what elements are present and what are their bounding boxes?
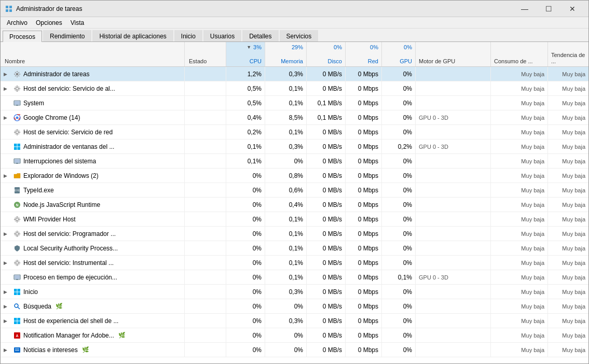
expand-arrow[interactable]: ▶: [4, 72, 10, 77]
tab-servicios[interactable]: Servicios: [280, 30, 319, 41]
cell-disk: 0,1 MB/s: [307, 110, 346, 124]
menu-opciones[interactable]: Opciones: [32, 18, 66, 27]
tab-inicio[interactable]: Inicio: [174, 30, 202, 41]
col-header-cpu[interactable]: ▼ 3% CPU: [226, 42, 265, 66]
col-header-tendencia[interactable]: Tendencia de ...: [548, 42, 588, 66]
process-icon: A: [13, 331, 21, 340]
process-icon: [13, 172, 21, 180]
process-icon: [13, 302, 21, 311]
col-header-name[interactable]: Nombre: [1, 42, 185, 66]
table-row[interactable]: ▶ Noticias e intereses 🌿 0% 0% 0 MB/s 0 …: [1, 343, 588, 357]
cell-memory: 0,1%: [265, 96, 307, 110]
cell-memory: 0,1%: [265, 227, 307, 241]
menu-archivo[interactable]: Archivo: [3, 18, 32, 27]
table-row[interactable]: A Notification Manager for Adobe... 🌿 0%…: [1, 328, 588, 343]
expand-arrow[interactable]: ▶: [4, 318, 10, 324]
table-row[interactable]: ▶ Explorador de Windows (2) 0% 0,8% 0 MB…: [1, 169, 588, 183]
process-list[interactable]: ▶ Administrador de tareas 1,2% 0,3% 0 MB…: [1, 67, 588, 363]
table-row[interactable]: WMI Provider Host 0% 0,1% 0 MB/s 0 Mbps …: [1, 212, 588, 227]
cell-red: 0 Mbps: [346, 343, 382, 357]
table-row[interactable]: Interrupciones del sistema 0,1% 0% 0 MB/…: [1, 154, 588, 169]
process-icon: [13, 215, 21, 223]
cell-memory: 0,1%: [265, 81, 307, 95]
maximize-button[interactable]: ☐: [537, 1, 560, 17]
table-row[interactable]: ▶ Búsqueda 🌿 0% 0% 0 MB/s 0 Mbps 0% Muy …: [1, 299, 588, 314]
cell-motor-gpu: [416, 227, 491, 241]
process-icon: N: [13, 201, 21, 209]
table-row[interactable]: ▶ Host de experiencia del shell de ... 0…: [1, 314, 588, 328]
cell-process-name: ▶ Noticias e intereses 🌿: [1, 343, 185, 357]
col-header-motor-gpu[interactable]: Motor de GPU: [416, 42, 491, 66]
table-row[interactable]: ▶ Host del servicio: Programador ... 0% …: [1, 227, 588, 241]
cell-memory: 0,1%: [265, 270, 307, 284]
tab-procesos[interactable]: Procesos: [3, 31, 42, 42]
svg-rect-35: [18, 289, 21, 292]
tab-rendimiento[interactable]: Rendimiento: [43, 30, 91, 41]
cell-estado: [185, 81, 226, 95]
cell-gpu: 0%: [382, 169, 416, 183]
sort-arrow-icon: ▼: [246, 45, 251, 50]
cell-tendencia: Muy baja: [548, 314, 588, 328]
table-row[interactable]: System 0,5% 0,1% 0,1 MB/s 0 Mbps 0% Muy …: [1, 96, 588, 110]
close-button[interactable]: ✕: [560, 1, 584, 17]
process-icon: [13, 288, 21, 296]
process-icon: [13, 114, 21, 122]
table-row[interactable]: Local Security Authority Process... 0% 0…: [1, 241, 588, 256]
minimize-button[interactable]: —: [513, 1, 537, 17]
process-name-label: Proceso en tiempo de ejecución...: [23, 274, 117, 281]
col-header-estado[interactable]: Estado: [185, 42, 226, 66]
cell-consumo: Muy baja: [491, 241, 548, 255]
cell-estado: [185, 285, 226, 299]
cell-motor-gpu: [416, 314, 491, 328]
expand-arrow[interactable]: ▶: [4, 347, 10, 353]
table-row[interactable]: ▶ Host del servicio: Servicio de al... 0…: [1, 81, 588, 96]
cell-tendencia: Muy baja: [548, 227, 588, 241]
process-name-label: Administrador de ventanas del ...: [23, 143, 114, 150]
col-header-gpu[interactable]: 0% GPU: [382, 42, 416, 66]
expand-arrow[interactable]: ▶: [4, 304, 10, 309]
process-name-label: Notification Manager for Adobe...: [23, 332, 114, 339]
tab-usuarios[interactable]: Usuarios: [203, 30, 241, 41]
cell-tendencia: Muy baja: [548, 183, 588, 197]
cell-memory: 0%: [265, 154, 307, 168]
cell-estado: [185, 125, 226, 139]
table-row[interactable]: ▶ Host del servicio: Instrumental ... 0%…: [1, 256, 588, 270]
svg-rect-40: [14, 318, 17, 321]
cell-red: 0 Mbps: [346, 270, 382, 284]
cell-tendencia: Muy baja: [548, 241, 588, 255]
table-row[interactable]: ▶ Inicio 0% 0,3% 0 MB/s 0 Mbps 0% Muy ba…: [1, 285, 588, 299]
col-header-disk[interactable]: 0% Disco: [307, 42, 346, 66]
expand-arrow[interactable]: ▶: [4, 231, 10, 236]
expand-arrow[interactable]: ▶: [4, 260, 10, 265]
cell-motor-gpu: GPU 0 - 3D: [416, 270, 491, 284]
window-controls: — ☐ ✕: [513, 1, 584, 17]
tab-detalles[interactable]: Detalles: [242, 30, 278, 41]
tab-historial[interactable]: Historial de aplicaciones: [92, 30, 173, 41]
cell-disk: 0 MB/s: [307, 183, 346, 197]
table-row[interactable]: ▶ Google Chrome (14) 0,4% 8,5% 0,1 MB/s …: [1, 110, 588, 125]
cell-cpu: 0,1%: [226, 154, 265, 168]
cell-consumo: Muy baja: [491, 96, 548, 110]
cell-tendencia: Muy baja: [548, 343, 588, 357]
cell-cpu: 0%: [226, 198, 265, 212]
expand-arrow[interactable]: ▶: [4, 289, 10, 295]
table-row[interactable]: Proceso en tiempo de ejecución... 0% 0,1…: [1, 270, 588, 285]
table-row[interactable]: Administrador de ventanas del ... 0,1% 0…: [1, 139, 588, 154]
cell-process-name: ▶ Google Chrome (14): [1, 110, 185, 124]
cell-memory: 0,8%: [265, 169, 307, 183]
table-row[interactable]: Host de servicio: Servicio de red 0,2% 0…: [1, 125, 588, 139]
expand-arrow[interactable]: ▶: [4, 86, 10, 91]
cell-gpu: 0%: [382, 212, 416, 226]
table-row[interactable]: N Node.js JavaScript Runtime 0% 0,4% 0 M…: [1, 198, 588, 212]
cell-disk: 0 MB/s: [307, 169, 346, 183]
col-header-red[interactable]: 0% Red: [346, 42, 382, 66]
expand-arrow[interactable]: ▶: [4, 115, 10, 120]
table-row[interactable]: EXE TypeId.exe 0% 0,6% 0 MB/s 0 Mbps 0% …: [1, 183, 588, 198]
cell-process-name: ▶ Administrador de tareas: [1, 67, 185, 81]
col-header-memory[interactable]: 29% Memoria: [265, 42, 307, 66]
expand-arrow[interactable]: ▶: [4, 173, 10, 178]
menu-vista[interactable]: Vista: [66, 18, 88, 27]
cell-disk: 0,1 MB/s: [307, 96, 346, 110]
table-row[interactable]: ▶ Administrador de tareas 1,2% 0,3% 0 MB…: [1, 67, 588, 81]
col-header-consumo[interactable]: Consumo de ...: [491, 42, 548, 66]
